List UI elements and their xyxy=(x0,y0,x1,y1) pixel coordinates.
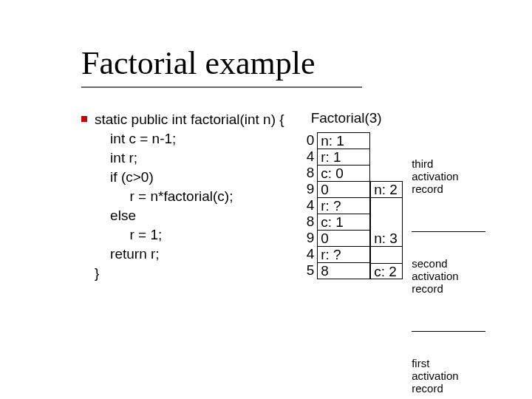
stack-diagram: Factorial(3) 0 4 8 9 4 8 9 4 5 n: 1 r: 1… xyxy=(307,110,486,399)
annot-divider xyxy=(412,231,485,232)
cell-r1-ret: 0 xyxy=(318,231,369,247)
cell-r3-c: c: 0 xyxy=(318,166,369,182)
content-row: static public int factorial(int n) { int… xyxy=(81,110,532,399)
annot-first: first activation record xyxy=(412,357,485,399)
value-column-main: n: 1 r: 1 c: 0 0 r: ? c: 1 0 r: ? 8 xyxy=(317,132,370,279)
slide: Factorial example static public int fact… xyxy=(0,0,532,399)
cell-r1-r: r: ? xyxy=(318,247,369,263)
cell-r2-ret: 0 xyxy=(318,182,369,198)
cell-r2-n: n: 2 xyxy=(371,182,402,198)
annot-third: third activation record xyxy=(412,157,485,206)
annot-divider xyxy=(412,331,485,332)
page-title: Factorial example xyxy=(81,44,532,82)
stack-area: 0 4 8 9 4 8 9 4 5 n: 1 r: 1 c: 0 0 r: ? … xyxy=(307,132,486,399)
cell-r2-c: c: 1 xyxy=(318,214,369,231)
cell-r3-n: n: 1 xyxy=(318,133,369,149)
call-label: Factorial(3) xyxy=(311,110,486,126)
value-column-side: n: 2 n: 3 c: 2 xyxy=(370,181,403,279)
title-underline xyxy=(81,86,362,88)
bullet-icon xyxy=(81,116,87,122)
annot-second: second activation record xyxy=(412,257,485,306)
cell-r1-n: n: 3 xyxy=(371,231,402,247)
code-block: static public int factorial(int n) { int… xyxy=(95,110,284,283)
annotation-column: third activation record second activatio… xyxy=(412,132,485,399)
cell-r2-r: r: ? xyxy=(318,198,369,214)
cell-r1-c-right: c: 2 xyxy=(371,263,402,279)
cell-r1-c-left: 8 xyxy=(318,263,369,279)
address-column: 0 4 8 9 4 8 9 4 5 xyxy=(307,132,315,279)
cell-r3-r: r: 1 xyxy=(318,149,369,166)
